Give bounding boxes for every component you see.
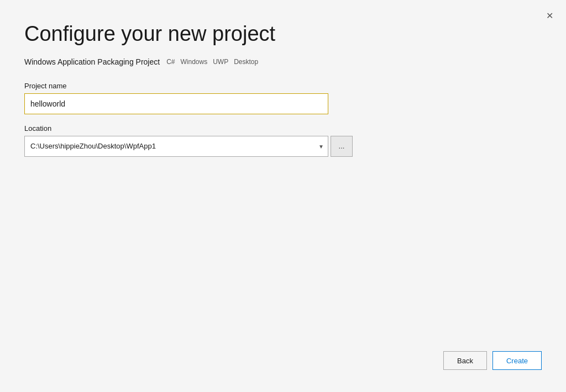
close-button[interactable]: ✕ bbox=[542, 8, 557, 23]
project-type-name: Windows Application Packaging Project bbox=[24, 57, 160, 66]
location-row: ▼ ... bbox=[24, 136, 542, 157]
location-group: Location ▼ ... bbox=[24, 124, 542, 157]
location-select-wrapper: ▼ bbox=[24, 136, 328, 157]
project-name-group: Project name bbox=[24, 82, 542, 114]
back-button[interactable]: Back bbox=[443, 351, 487, 370]
project-name-input[interactable] bbox=[24, 93, 328, 114]
tag-uwp: UWP bbox=[213, 58, 228, 66]
configure-project-dialog: ✕ Configure your new project Windows App… bbox=[0, 0, 566, 392]
project-name-label: Project name bbox=[24, 82, 542, 90]
page-title: Configure your new project bbox=[24, 22, 542, 46]
browse-label: ... bbox=[339, 142, 345, 150]
tag-desktop: Desktop bbox=[234, 58, 258, 66]
form-section: Project name Location ▼ ... bbox=[24, 82, 542, 167]
tag-csharp: C# bbox=[166, 58, 175, 66]
location-input[interactable] bbox=[24, 136, 328, 157]
tag-windows: Windows bbox=[180, 58, 207, 66]
create-button[interactable]: Create bbox=[492, 351, 542, 370]
close-icon: ✕ bbox=[546, 10, 553, 21]
location-label: Location bbox=[24, 124, 542, 133]
project-type-row: Windows Application Packaging Project C#… bbox=[24, 57, 542, 66]
footer-buttons: Back Create bbox=[24, 351, 542, 375]
tags-row: C# Windows UWP Desktop bbox=[166, 58, 258, 66]
browse-button[interactable]: ... bbox=[331, 136, 353, 157]
